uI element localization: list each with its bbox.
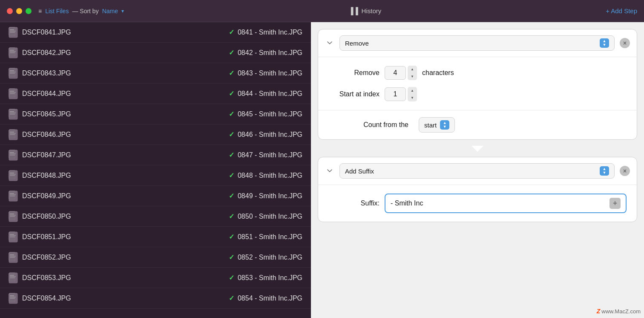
start-index-stepper: 1 ▲ ▼	[385, 87, 417, 101]
file-result: ✓ 0845 - Smith Inc.JPG	[229, 110, 302, 118]
file-icon	[9, 211, 18, 222]
list-icon: ≡	[38, 8, 42, 14]
suffix-add-button[interactable]: +	[610, 198, 621, 209]
file-row[interactable]: DSCF0846.JPG ✓ 0846 - Smith Inc.JPG	[0, 124, 311, 145]
svg-rect-32	[10, 152, 14, 153]
main-content: DSCF0841.JPG ✓ 0841 - Smith Inc.JPG DSCF…	[0, 22, 644, 318]
svg-rect-29	[10, 134, 15, 135]
file-original-name: DSCF0847.JPG	[22, 151, 229, 159]
checkmark-icon: ✓	[229, 28, 234, 36]
file-row[interactable]: DSCF0851.JPG ✓ 0851 - Smith Inc.JPG	[0, 227, 311, 247]
file-original-name: DSCF0842.JPG	[22, 49, 229, 57]
file-row[interactable]: DSCF0852.JPG ✓ 0852 - Smith Inc.JPG	[0, 247, 311, 268]
svg-rect-67	[10, 295, 14, 296]
file-result-name: 0841 - Smith Inc.JPG	[238, 29, 302, 36]
file-row[interactable]: DSCF0842.JPG ✓ 0842 - Smith Inc.JPG	[0, 43, 311, 63]
count-from-arrows-icon: ▲ ▼	[440, 120, 449, 130]
file-icon	[9, 272, 18, 283]
file-result: ✓ 0849 - Smith Inc.JPG	[229, 192, 302, 200]
suffix-delete-button[interactable]: ×	[620, 166, 630, 176]
file-icon	[9, 293, 18, 304]
file-row[interactable]: DSCF0853.JPG ✓ 0853 - Smith Inc.JPG	[0, 268, 311, 288]
file-result: ✓ 0850 - Smith Inc.JPG	[229, 212, 302, 220]
remove-type-selector[interactable]: Remove ▲ ▼	[339, 35, 615, 51]
svg-rect-9	[10, 52, 15, 53]
close-button[interactable]	[7, 8, 13, 14]
count-from-selector[interactable]: start ▲ ▼	[419, 117, 455, 133]
remove-collapse-button[interactable]	[325, 38, 334, 48]
start-index-up-button[interactable]: ▲	[408, 87, 417, 94]
add-step-button[interactable]: + Add Step	[606, 7, 637, 14]
checkmark-icon: ✓	[229, 294, 234, 302]
file-row[interactable]: DSCF0848.JPG ✓ 0848 - Smith Inc.JPG	[0, 165, 311, 186]
file-row[interactable]: DSCF0843.JPG ✓ 0843 - Smith Inc.JPG	[0, 63, 311, 84]
checkmark-icon: ✓	[229, 49, 234, 57]
right-panel: Remove ▲ ▼ × Remove 4 ▲ ▼	[311, 22, 644, 318]
checkmark-icon: ✓	[229, 171, 234, 179]
checkmark-icon: ✓	[229, 192, 234, 200]
file-icon	[9, 129, 18, 140]
titlebar-menu: ≡ List Files — Sort by Name ▾	[38, 8, 124, 14]
file-row[interactable]: DSCF0845.JPG ✓ 0845 - Smith Inc.JPG	[0, 104, 311, 124]
remove-step-card: Remove ▲ ▼ × Remove 4 ▲ ▼	[318, 29, 637, 140]
file-row[interactable]: DSCF0841.JPG ✓ 0841 - Smith Inc.JPG	[0, 22, 311, 43]
file-icon	[9, 47, 18, 58]
sort-name-label[interactable]: Name	[102, 8, 118, 14]
start-index-down-button[interactable]: ▼	[408, 94, 417, 101]
svg-rect-17	[10, 91, 14, 92]
file-result-name: 0843 - Smith Inc.JPG	[238, 69, 302, 77]
minimize-button[interactable]	[16, 8, 22, 14]
svg-rect-19	[10, 93, 15, 94]
remove-count-down-button[interactable]: ▼	[408, 73, 417, 80]
suffix-input-wrapper[interactable]: +	[385, 194, 627, 213]
file-original-name: DSCF0843.JPG	[22, 69, 229, 77]
svg-rect-2	[10, 29, 14, 30]
file-result: ✓ 0851 - Smith Inc.JPG	[229, 233, 302, 241]
svg-rect-18	[10, 92, 16, 93]
file-result: ✓ 0843 - Smith Inc.JPG	[229, 69, 302, 77]
start-index-arrows: ▲ ▼	[408, 87, 417, 101]
remove-count-up-button[interactable]: ▲	[408, 66, 417, 73]
svg-rect-13	[10, 72, 16, 72]
file-original-name: DSCF0853.JPG	[22, 274, 229, 282]
file-result-name: 0854 - Smith Inc.JPG	[238, 295, 302, 302]
file-original-name: DSCF0848.JPG	[22, 172, 229, 179]
file-row[interactable]: DSCF0849.JPG ✓ 0849 - Smith Inc.JPG	[0, 186, 311, 206]
add-suffix-step-card: Add Suffix ▲ ▼ × Suffix: +	[318, 157, 637, 222]
file-row[interactable]: DSCF0850.JPG ✓ 0850 - Smith Inc.JPG	[0, 206, 311, 227]
maximize-button[interactable]	[26, 8, 32, 14]
svg-rect-37	[10, 173, 14, 173]
file-icon	[9, 27, 18, 38]
file-result-name: 0847 - Smith Inc.JPG	[238, 151, 302, 159]
file-row[interactable]: DSCF0854.JPG ✓ 0854 - Smith Inc.JPG	[0, 288, 311, 309]
file-row[interactable]: DSCF0844.JPG ✓ 0844 - Smith Inc.JPG	[0, 84, 311, 104]
sort-chevron-icon[interactable]: ▾	[121, 8, 124, 14]
suffix-input[interactable]	[391, 199, 610, 207]
file-result: ✓ 0854 - Smith Inc.JPG	[229, 294, 302, 302]
file-result-name: 0842 - Smith Inc.JPG	[238, 49, 302, 57]
history-label[interactable]: History	[362, 7, 382, 14]
remove-delete-button[interactable]: ×	[620, 38, 630, 48]
svg-rect-49	[10, 216, 15, 217]
checkmark-icon: ✓	[229, 110, 234, 118]
file-result: ✓ 0846 - Smith Inc.JPG	[229, 130, 302, 139]
history-section: ▐▐ History	[348, 7, 381, 15]
list-files-label[interactable]: List Files	[45, 8, 69, 14]
suffix-collapse-button[interactable]	[325, 166, 334, 176]
file-result-name: 0851 - Smith Inc.JPG	[238, 233, 302, 241]
svg-rect-63	[10, 276, 16, 277]
file-icon	[9, 109, 18, 120]
file-result: ✓ 0841 - Smith Inc.JPG	[229, 28, 302, 36]
add-suffix-step-body: Suffix: +	[318, 185, 637, 222]
suffix-type-selector[interactable]: Add Suffix ▲ ▼	[339, 163, 615, 179]
svg-rect-54	[10, 237, 15, 237]
remove-step-body: Remove 4 ▲ ▼ characters Start at index 1	[318, 57, 637, 110]
svg-rect-42	[10, 193, 14, 194]
suffix-type-arrows-icon: ▲ ▼	[600, 166, 609, 176]
file-result-name: 0853 - Smith Inc.JPG	[238, 274, 302, 282]
file-row[interactable]: DSCF0847.JPG ✓ 0847 - Smith Inc.JPG	[0, 145, 311, 165]
file-icon	[9, 150, 18, 161]
svg-rect-68	[10, 297, 16, 298]
svg-rect-44	[10, 196, 15, 197]
file-result-name: 0845 - Smith Inc.JPG	[238, 110, 302, 118]
